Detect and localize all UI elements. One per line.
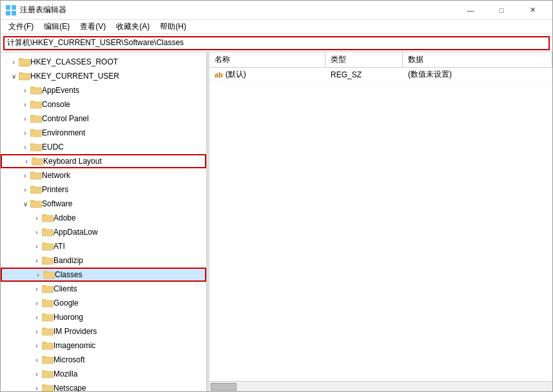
- svg-rect-22: [30, 173, 42, 179]
- list-row[interactable]: ab (默认) REG_SZ (数值未设置): [209, 68, 552, 82]
- label-clients: Clients: [53, 284, 77, 293]
- tree-item-hkcr[interactable]: › HKEY_CLASSES_ROOT: [1, 55, 206, 69]
- title-bar: 注册表编辑器 — □ ✕: [1, 1, 552, 20]
- list-header: 名称 类型 数据: [209, 52, 552, 68]
- tree-item-mozilla[interactable]: › Mozilla: [1, 367, 206, 381]
- tree-item-software[interactable]: ∨ Software: [1, 197, 206, 211]
- toggle-classes[interactable]: ›: [33, 270, 43, 280]
- toggle-improviders[interactable]: ›: [32, 326, 42, 337]
- tree-panel[interactable]: › HKEY_CLASSES_ROOT ∨ HKEY_CURRENT_USER: [1, 52, 207, 391]
- label-appevents: AppEvents: [42, 86, 79, 95]
- toggle-controlpanel[interactable]: ›: [20, 113, 30, 124]
- svg-rect-34: [42, 258, 53, 264]
- toggle-appevents[interactable]: ›: [20, 85, 30, 95]
- folder-icon-printers: [30, 185, 42, 194]
- tree-item-improviders[interactable]: › IM Providers: [1, 324, 206, 338]
- toggle-imagenomic[interactable]: ›: [32, 340, 42, 351]
- menu-help[interactable]: 帮助(H): [155, 20, 191, 34]
- toggle-mozilla[interactable]: ›: [32, 369, 42, 379]
- tree-item-eudc[interactable]: › EUDC: [1, 140, 206, 154]
- tree-item-appevents[interactable]: › AppEvents: [1, 83, 206, 97]
- scrollbar-thumb[interactable]: [211, 383, 237, 391]
- toggle-appdatalow[interactable]: ›: [32, 227, 42, 237]
- folder-icon-improviders: [42, 327, 53, 336]
- tree-item-ati[interactable]: › ATI: [1, 239, 206, 253]
- toggle-network[interactable]: ›: [20, 170, 30, 181]
- svg-rect-24: [30, 187, 42, 193]
- toggle-huorong[interactable]: ›: [32, 312, 42, 322]
- tree-item-microsoft[interactable]: › Microsoft: [1, 353, 206, 367]
- main-content: › HKEY_CLASSES_ROOT ∨ HKEY_CURRENT_USER: [1, 52, 552, 391]
- folder-icon-hkcr: [19, 57, 30, 66]
- header-type: 类型: [325, 52, 403, 67]
- address-input[interactable]: [3, 36, 550, 50]
- label-ati: ATI: [53, 242, 65, 251]
- tree-item-console[interactable]: › Console: [1, 97, 206, 112]
- tree-item-hkcu[interactable]: ∨ HKEY_CURRENT_USER: [1, 69, 206, 83]
- tree-item-printers[interactable]: › Printers: [1, 182, 206, 197]
- menu-file[interactable]: 文件(F): [3, 20, 39, 34]
- toggle-keyboardlayout[interactable]: ›: [21, 156, 32, 166]
- svg-rect-2: [6, 11, 10, 15]
- close-button[interactable]: ✕: [518, 1, 547, 20]
- svg-rect-16: [30, 130, 42, 137]
- tree-item-keyboardlayout[interactable]: › Keyboard Layout: [1, 154, 206, 168]
- tree-item-huorong[interactable]: › Huorong: [1, 310, 206, 324]
- cell-data: (数值未设置): [403, 68, 552, 81]
- svg-rect-1: [12, 5, 16, 10]
- svg-rect-52: [42, 386, 53, 391]
- app-icon: [6, 5, 16, 15]
- toggle-console[interactable]: ›: [20, 99, 30, 110]
- toggle-hkcr[interactable]: ›: [8, 57, 19, 67]
- toggle-eudc[interactable]: ›: [20, 142, 30, 152]
- toggle-microsoft[interactable]: ›: [32, 355, 42, 365]
- tree-item-environment[interactable]: › Environment: [1, 126, 206, 140]
- svg-rect-48: [42, 357, 53, 364]
- label-microsoft: Microsoft: [53, 355, 85, 364]
- menu-favorites[interactable]: 收藏夹(A): [111, 20, 155, 34]
- minimize-button[interactable]: —: [456, 1, 485, 20]
- tree-item-controlpanel[interactable]: › Control Panel: [1, 112, 206, 126]
- toggle-clients[interactable]: ›: [32, 284, 42, 294]
- header-data: 数据: [403, 52, 552, 67]
- tree-item-google[interactable]: › Google: [1, 296, 206, 310]
- tree-item-classes[interactable]: › Classes: [1, 268, 206, 282]
- label-hkcu: HKEY_CURRENT_USER: [30, 72, 119, 81]
- folder-icon-microsoft: [42, 355, 53, 364]
- address-bar: [1, 34, 552, 52]
- label-imagenomic: Imagenomic: [53, 341, 95, 350]
- toggle-bandizip[interactable]: ›: [32, 255, 42, 266]
- label-classes: Classes: [55, 270, 82, 279]
- toggle-software[interactable]: ∨: [20, 199, 30, 209]
- list-body[interactable]: ab (默认) REG_SZ (数值未设置): [209, 68, 552, 381]
- menu-edit[interactable]: 编辑(E): [39, 20, 75, 34]
- svg-rect-46: [42, 343, 53, 349]
- label-network: Network: [42, 171, 70, 180]
- tree-item-clients[interactable]: › Clients: [1, 282, 206, 296]
- folder-icon-ati: [42, 242, 53, 251]
- tree-item-network[interactable]: › Network: [1, 168, 206, 182]
- window-title: 注册表编辑器: [20, 5, 456, 15]
- horizontal-scrollbar[interactable]: [209, 381, 552, 391]
- label-console: Console: [42, 100, 70, 109]
- svg-rect-36: [43, 272, 55, 279]
- label-environment: Environment: [42, 128, 85, 137]
- label-mozilla: Mozilla: [53, 369, 77, 378]
- tree-item-appdatalow[interactable]: › AppDataLow: [1, 225, 206, 239]
- menu-view[interactable]: 查看(V): [75, 20, 111, 34]
- toggle-environment[interactable]: ›: [20, 128, 30, 138]
- svg-rect-12: [30, 102, 42, 108]
- tree-item-imagenomic[interactable]: › Imagenomic: [1, 338, 206, 353]
- toggle-adobe[interactable]: ›: [32, 213, 42, 223]
- toggle-netscape[interactable]: ›: [32, 383, 42, 391]
- toggle-ati[interactable]: ›: [32, 241, 42, 251]
- maximize-button[interactable]: □: [487, 1, 516, 20]
- cell-name: ab (默认): [209, 68, 325, 81]
- tree-item-bandizip[interactable]: › Bandizip: [1, 253, 206, 268]
- toggle-hkcu[interactable]: ∨: [8, 71, 19, 81]
- folder-icon-bandizip: [42, 256, 53, 265]
- tree-item-netscape[interactable]: › Netscape: [1, 381, 206, 391]
- toggle-printers[interactable]: ›: [20, 184, 30, 195]
- tree-item-adobe[interactable]: › Adobe: [1, 211, 206, 225]
- toggle-google[interactable]: ›: [32, 298, 42, 308]
